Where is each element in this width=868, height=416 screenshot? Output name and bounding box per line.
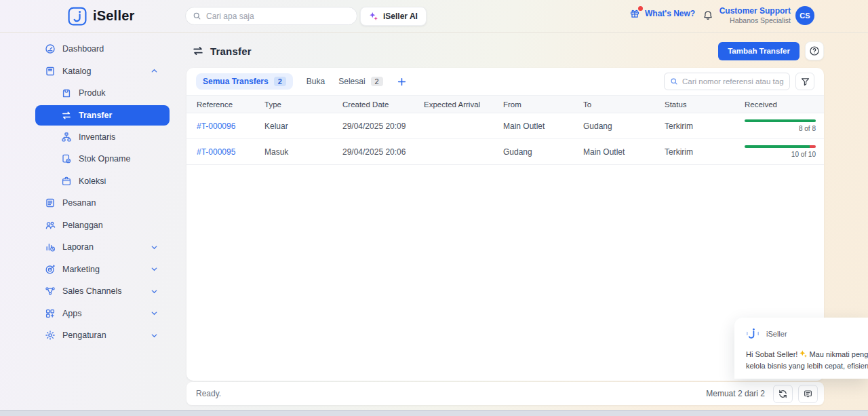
- sidebar-item-sales-channels[interactable]: Sales Channels: [0, 280, 176, 303]
- sidebar-item-pengaturan[interactable]: Pengaturan: [0, 324, 176, 347]
- sidebar-item-produk[interactable]: Produk: [0, 82, 176, 105]
- sidebar-item-label: Dashboard: [62, 44, 104, 54]
- sidebar-item-laporan[interactable]: Laporan: [0, 236, 176, 259]
- product-icon: [61, 88, 72, 98]
- add-transfer-button[interactable]: Tambah Transfer: [718, 42, 800, 60]
- created-date-cell: 29/04/2025 20:06: [342, 147, 424, 157]
- chat-message-part2: Mau nikmati pengalam: [809, 350, 868, 358]
- ai-sparkle-icon: [369, 12, 378, 21]
- iseller-ai-button[interactable]: iSeller AI: [360, 7, 427, 26]
- table-search[interactable]: [664, 73, 790, 90]
- column-header[interactable]: To: [583, 100, 665, 109]
- stock-take-icon: [61, 153, 72, 164]
- brand-name: iSeller: [93, 8, 134, 24]
- table-row[interactable]: #T-000095 Masuk 29/04/2025 20:06 Gudang …: [186, 139, 824, 165]
- column-header[interactable]: Created Date: [342, 100, 424, 109]
- chat-widget[interactable]: iSeller Hi Sobat Seller!Mau nikmati peng…: [734, 318, 868, 379]
- sidebar-item-pelanggan[interactable]: Pelanggan: [0, 214, 176, 237]
- help-button[interactable]: [805, 41, 824, 60]
- received-progress-bar: [745, 119, 816, 122]
- to-cell: Main Outlet: [583, 147, 665, 157]
- column-header[interactable]: Reference: [197, 100, 264, 109]
- tab-count-badge: 2: [371, 77, 383, 86]
- received-progress-bar: [745, 145, 816, 148]
- apps-icon: [45, 308, 56, 319]
- chat-message-part1: Hi Sobat Seller!: [746, 350, 797, 358]
- sidebar-item-label: Produk: [79, 88, 106, 98]
- table-row[interactable]: #T-000096 Keluar 29/04/2025 20:09 Main O…: [186, 113, 824, 139]
- column-header[interactable]: Type: [264, 100, 342, 109]
- sidebar-item-koleksi[interactable]: Koleksi: [0, 170, 176, 193]
- transfer-list-card: Semua Transfers 2 Buka Selesai 2: [186, 68, 824, 381]
- sidebar-item-katalog[interactable]: Katalog: [0, 60, 176, 83]
- iseller-logo-icon: [68, 7, 87, 26]
- tab-label: Semua Transfers: [203, 77, 269, 86]
- received-count: 10 of 10: [791, 151, 816, 158]
- sidebar-item-label: Inventaris: [79, 132, 115, 142]
- column-header[interactable]: Expected Arrival: [424, 100, 503, 109]
- reference-link[interactable]: #T-000096: [197, 121, 264, 131]
- global-search[interactable]: [185, 7, 357, 25]
- sidebar-item-label: Stok Opname: [79, 154, 130, 164]
- chat-message: Hi Sobat Seller!Mau nikmati pengalam kel…: [746, 349, 868, 372]
- tab-label: Selesai: [338, 77, 365, 86]
- chat-brand-name: iSeller: [766, 330, 787, 338]
- collection-icon: [61, 176, 72, 187]
- sidebar-item-apps[interactable]: Apps: [0, 303, 176, 325]
- page-header: Transfer Tambah Transfer: [186, 41, 824, 61]
- reference-link[interactable]: #T-000095: [197, 147, 264, 157]
- whats-new[interactable]: What's New?: [629, 8, 695, 19]
- received-cell: 10 of 10: [745, 145, 824, 158]
- tabs-row: Semua Transfers 2 Buka Selesai 2: [186, 68, 824, 95]
- sidebar-item-stok-opname[interactable]: Stok Opname: [0, 148, 176, 170]
- add-tab-icon[interactable]: [397, 77, 407, 87]
- search-icon: [670, 77, 678, 86]
- sidebar-item-inventaris[interactable]: Inventaris: [0, 126, 176, 149]
- global-search-input[interactable]: [206, 12, 350, 21]
- from-cell: Gudang: [503, 147, 583, 157]
- sidebar-item-transfer[interactable]: Transfer: [35, 105, 170, 126]
- brand[interactable]: iSeller: [68, 0, 134, 32]
- customers-icon: [45, 220, 56, 231]
- tab-count-badge: 2: [274, 77, 286, 86]
- sidebar-item-pesanan[interactable]: Pesanan: [0, 192, 176, 214]
- tab-buka[interactable]: Buka: [307, 77, 325, 86]
- chevron-down-icon: [151, 265, 158, 273]
- tab-semua-transfers[interactable]: Semua Transfers 2: [196, 73, 293, 90]
- settings-icon: [45, 330, 56, 341]
- status-cell: Terkirim: [665, 147, 745, 157]
- transfer-page-icon: [192, 45, 204, 57]
- tab-label: Buka: [307, 77, 325, 86]
- user-text: Customer Support Habanos Specialist: [719, 6, 791, 25]
- column-header[interactable]: Received: [745, 100, 824, 109]
- status-text: Ready.: [196, 389, 221, 398]
- table-toolbar-right: [664, 73, 814, 90]
- page-actions: Tambah Transfer: [718, 41, 824, 60]
- status-bar-right: Memuat 2 dari 2: [706, 385, 818, 403]
- notifications-bell-icon[interactable]: [703, 10, 713, 21]
- search-icon: [193, 12, 201, 20]
- tab-selesai[interactable]: Selesai 2: [338, 77, 382, 86]
- table-search-input[interactable]: [682, 77, 784, 86]
- received-cell: 8 of 8: [745, 119, 824, 132]
- table-header: Reference Type Created Date Expected Arr…: [186, 95, 824, 113]
- page-title-group: Transfer: [186, 45, 252, 57]
- page-title: Transfer: [210, 45, 252, 57]
- ai-button-label: iSeller AI: [383, 12, 418, 21]
- user-name: Customer Support: [719, 6, 791, 16]
- column-header[interactable]: Status: [665, 100, 745, 109]
- chat-header: iSeller: [746, 326, 868, 341]
- orders-icon: [45, 197, 56, 208]
- sidebar-item-marketing[interactable]: Marketing: [0, 259, 176, 281]
- column-header[interactable]: From: [503, 100, 583, 109]
- sparkle-emoji-icon: [799, 349, 808, 358]
- avatar[interactable]: CS: [795, 6, 814, 25]
- log-message-button[interactable]: [798, 385, 818, 403]
- window-bottom-edge: [0, 410, 868, 416]
- user-menu[interactable]: Customer Support Habanos Specialist CS: [719, 6, 814, 25]
- received-count: 8 of 8: [799, 125, 816, 132]
- refresh-button[interactable]: [773, 385, 793, 403]
- filter-button[interactable]: [795, 73, 814, 90]
- sidebar-item-dashboard[interactable]: Dashboard: [0, 38, 176, 60]
- dashboard-icon: [45, 43, 56, 54]
